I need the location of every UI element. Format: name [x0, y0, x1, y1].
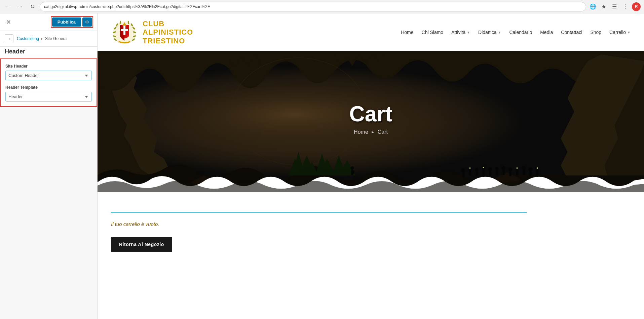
- hero-section: Cart Home ► Cart: [98, 51, 644, 192]
- reload-button[interactable]: ↻: [28, 2, 37, 11]
- nav-carrello[interactable]: Carrello ▼: [609, 30, 631, 35]
- nav-attivita[interactable]: Attività ▼: [451, 30, 470, 35]
- hero-breadcrumb-separator: ►: [371, 130, 375, 134]
- breadcrumb-section: Site General: [45, 36, 68, 41]
- site-header: CLUB ALPINISTICO TRIESTINO Home Chi Siam…: [98, 13, 644, 51]
- breadcrumb-area: ‹ Customizing ▸ Site General Header: [0, 31, 97, 58]
- nav-didattica[interactable]: Didattica ▼: [478, 30, 501, 35]
- form-section: Site Header Custom Header Default Header…: [0, 58, 97, 107]
- breadcrumb-separator: ▸: [41, 36, 43, 41]
- svg-point-52: [351, 166, 354, 170]
- nav-contattaci[interactable]: Contattaci: [561, 30, 582, 35]
- breadcrumb-back-button[interactable]: ‹: [5, 34, 13, 43]
- nav-home[interactable]: Home: [401, 30, 413, 35]
- preview-area: CLUB ALPINISTICO TRIESTINO Home Chi Siam…: [98, 13, 644, 319]
- hero-text: Cart Home ► Cart: [349, 102, 392, 135]
- nav-calendario[interactable]: Calendario: [509, 30, 532, 35]
- site-header-select[interactable]: Custom Header Default Header: [5, 71, 92, 80]
- wave-separator: [98, 172, 644, 192]
- svg-point-32: [475, 168, 479, 171]
- main-layout: ✕ Pubblica ⚙ ‹ Customizing ▸ Site Genera…: [0, 13, 644, 319]
- hero-breadcrumb-current: Cart: [378, 129, 388, 135]
- header-template-select[interactable]: Header Header 2 Header 3: [5, 92, 92, 102]
- svg-point-42: [508, 167, 513, 171]
- logo-line3: TRIESTINO: [143, 37, 193, 45]
- extensions-icon[interactable]: ☰: [610, 3, 618, 11]
- sidebar-topbar: ✕ Pubblica ⚙: [0, 13, 97, 31]
- breadcrumb-customizing[interactable]: Customizing: [17, 36, 39, 41]
- menu-icon[interactable]: ⋮: [621, 3, 629, 11]
- nav-shop[interactable]: Shop: [590, 30, 601, 35]
- svg-point-56: [483, 167, 484, 168]
- return-to-shop-button[interactable]: Ritorna Al Negozio: [111, 237, 172, 252]
- sidebar-form: Site Header Custom Header Default Header…: [0, 58, 97, 319]
- hero-title: Cart: [349, 102, 392, 126]
- bookmark-icon[interactable]: ★: [600, 3, 608, 11]
- browser-actions: 🌐 ★ ☰ ⋮ R: [589, 2, 641, 11]
- back-button[interactable]: ←: [3, 2, 13, 11]
- nav-chi-siamo[interactable]: Chi Siamo: [422, 30, 444, 35]
- settings-button[interactable]: ⚙: [82, 17, 92, 27]
- breadcrumb: ‹ Customizing ▸ Site General: [0, 31, 97, 47]
- section-title: Header: [0, 47, 97, 58]
- site-nav: Home Chi Siamo Attività ▼ Didattica ▼ Ca…: [401, 30, 631, 35]
- svg-point-55: [469, 167, 471, 169]
- forward-button[interactable]: →: [15, 2, 25, 11]
- customizer-sidebar: ✕ Pubblica ⚙ ‹ Customizing ▸ Site Genera…: [0, 13, 98, 319]
- svg-point-46: [522, 166, 526, 170]
- svg-point-38: [495, 167, 499, 170]
- logo-emblem: [111, 19, 138, 46]
- site-header-label: Site Header: [5, 64, 92, 69]
- site-preview: CLUB ALPINISTICO TRIESTINO Home Chi Siam…: [98, 13, 644, 319]
- logo-line2: ALPINISTICO: [143, 28, 193, 36]
- content-area: Il tuo carrello è vuoto. Ritorna Al Nego…: [98, 192, 644, 265]
- svg-point-40: [502, 166, 506, 170]
- svg-point-57: [517, 167, 518, 169]
- logo-line1: CLUB: [143, 19, 193, 28]
- logo-area: CLUB ALPINISTICO TRIESTINO: [111, 19, 193, 46]
- svg-point-58: [537, 167, 538, 169]
- svg-rect-14: [121, 29, 128, 31]
- translate-icon[interactable]: 🌐: [589, 3, 597, 11]
- svg-point-48: [529, 167, 533, 171]
- logo-text: CLUB ALPINISTICO TRIESTINO: [143, 19, 193, 45]
- browser-chrome: ← → ↻ cat.go2digital.it/wp-admin/customi…: [0, 0, 644, 13]
- nav-media[interactable]: Media: [540, 30, 553, 35]
- hero-breadcrumb-home[interactable]: Home: [354, 129, 368, 135]
- svg-point-36: [488, 167, 492, 171]
- cart-divider: [111, 212, 527, 213]
- publish-area: Pubblica ⚙: [51, 16, 93, 28]
- cart-empty-message: Il tuo carrello è vuoto.: [111, 221, 631, 227]
- address-bar[interactable]: cat.go2digital.it/wp-admin/customize.php…: [40, 2, 586, 11]
- publish-button[interactable]: Pubblica: [52, 17, 81, 27]
- user-avatar[interactable]: R: [632, 2, 641, 11]
- header-template-label: Header Template: [5, 85, 92, 90]
- url-input[interactable]: cat.go2digital.it/wp-admin/customize.php…: [44, 4, 582, 9]
- hero-breadcrumb: Home ► Cart: [349, 129, 392, 135]
- close-button[interactable]: ✕: [4, 18, 13, 27]
